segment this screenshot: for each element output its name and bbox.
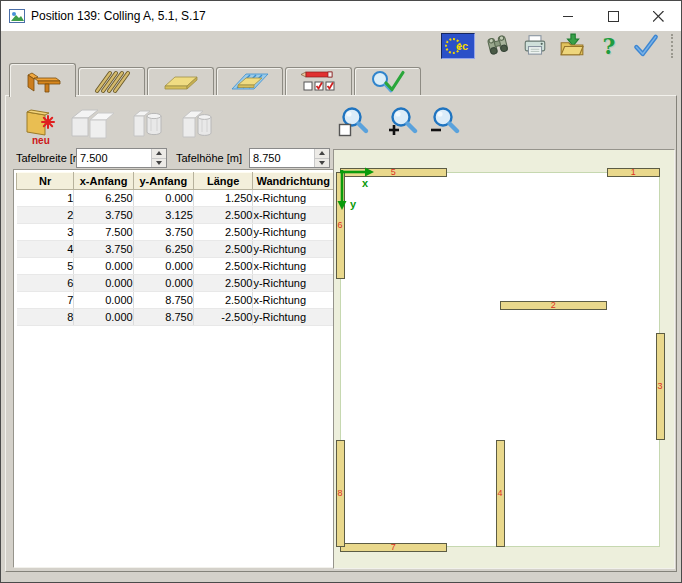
minimize-button[interactable] <box>546 1 591 31</box>
copy-wall-icon <box>66 106 114 142</box>
wall-segment-3[interactable]: 3 <box>656 333 665 440</box>
wall-segment-1[interactable]: 1 <box>607 168 660 177</box>
help-button[interactable]: ? <box>595 33 623 59</box>
spin-up-button[interactable] <box>152 149 166 159</box>
delete-wall-button[interactable] <box>130 106 168 142</box>
table-row[interactable]: 70.0008.7502.500x-Richtung <box>17 292 334 309</box>
tab-design-settings[interactable] <box>285 67 352 95</box>
column-header[interactable]: Länge <box>193 173 253 190</box>
spin-up-icon <box>156 151 162 155</box>
wall-segment-2[interactable]: 2 <box>500 301 607 310</box>
panel-width-stepper <box>76 148 167 168</box>
wall-segment-5[interactable]: 5 <box>340 168 447 177</box>
close-button[interactable] <box>636 1 681 31</box>
toolbar-grip[interactable] <box>671 34 675 58</box>
table-row[interactable]: 43.7506.2502.500y-Richtung <box>17 241 334 258</box>
table-cell: 0.000 <box>133 258 193 275</box>
table-cell: 3.750 <box>74 241 133 258</box>
panel-width-input[interactable] <box>77 149 151 167</box>
table-cell: 0.000 <box>74 292 133 309</box>
open-button[interactable] <box>558 33 586 59</box>
window-title: Position 139: Colling A, 5.1, S.17 <box>31 9 546 23</box>
tab-wall-segments[interactable] <box>9 63 76 97</box>
panel-height-spinner <box>314 149 329 167</box>
wall-segment-4[interactable]: 4 <box>496 440 505 547</box>
table-cell: x-Richtung <box>253 258 334 275</box>
zoom-window-button[interactable] <box>338 106 370 140</box>
column-header[interactable]: Wandrichtung <box>253 173 334 190</box>
table-cell: 2.500 <box>193 207 253 224</box>
delete-all-walls-button[interactable] <box>178 106 218 142</box>
wall-number: 2 <box>551 301 556 310</box>
checkmark-icon <box>632 33 660 59</box>
search-button[interactable] <box>484 33 512 59</box>
table-cell: y-Richtung <box>253 309 334 326</box>
wall-table: Nrx-Anfangy-AnfangLängeWandrichtung 16.2… <box>16 172 334 326</box>
wall-number: 5 <box>391 168 396 177</box>
drawing-canvas[interactable]: 12345678 x y <box>333 149 675 569</box>
spin-down-button[interactable] <box>315 159 329 168</box>
eurocode-button[interactable]: ec <box>441 33 475 59</box>
maximize-button[interactable] <box>591 1 636 31</box>
table-cell: 8 <box>17 309 74 326</box>
panel-anchoring-icon <box>229 69 271 95</box>
spin-up-button[interactable] <box>315 149 329 159</box>
confirm-button[interactable] <box>632 33 660 59</box>
tab-panel[interactable] <box>147 67 214 95</box>
panel-height-input[interactable] <box>250 149 314 167</box>
table-row[interactable]: 37.5003.7502.500y-Richtung <box>17 224 334 241</box>
zoom-out-icon <box>428 106 460 140</box>
column-header[interactable]: y-Anfang <box>133 173 193 190</box>
print-button[interactable] <box>521 33 549 59</box>
table-row[interactable]: 16.2500.0001.250x-Richtung <box>17 190 334 207</box>
column-header[interactable]: Nr <box>17 173 74 190</box>
tab-bar <box>1 61 681 95</box>
copy-wall-button[interactable] <box>66 106 114 142</box>
wall-number: 4 <box>497 489 502 498</box>
table-row[interactable]: 80.0008.750-2.500y-Richtung <box>17 309 334 326</box>
table-cell: y-Richtung <box>253 224 334 241</box>
table-row[interactable]: 50.0000.0002.500x-Richtung <box>17 258 334 275</box>
delete-all-walls-icon <box>178 106 218 142</box>
tab-dowels[interactable] <box>78 67 145 95</box>
table-cell: 3 <box>17 224 74 241</box>
wall-segment-7[interactable]: 7 <box>340 543 447 552</box>
table-cell: 8.750 <box>133 292 193 309</box>
tab-verification[interactable] <box>354 67 421 95</box>
table-cell: 6 <box>17 275 74 292</box>
table-cell: 3.750 <box>74 207 133 224</box>
wall-number: 1 <box>631 168 636 177</box>
wall-segment-6[interactable]: 6 <box>336 172 345 279</box>
table-cell: -2.500 <box>193 309 253 326</box>
wall-table-panel: Nrx-Anfangy-AnfangLängeWandrichtung 16.2… <box>13 169 335 568</box>
table-cell: 1.250 <box>193 190 253 207</box>
table-cell: 7 <box>17 292 74 309</box>
tab-panel-anchoring[interactable] <box>216 67 283 95</box>
table-cell: 6.250 <box>133 241 193 258</box>
zoom-window-icon <box>338 106 370 140</box>
table-cell: 0.000 <box>74 309 133 326</box>
spin-down-button[interactable] <box>152 159 166 168</box>
zoom-in-icon <box>386 106 418 140</box>
table-row[interactable]: 60.0000.0002.500y-Richtung <box>17 275 334 292</box>
delete-wall-icon <box>130 106 168 142</box>
new-wall-button[interactable]: neu <box>15 106 61 146</box>
table-cell: 4 <box>17 241 74 258</box>
wall-number: 3 <box>657 382 662 391</box>
panel-width-label: Tafelbreite [m] <box>16 152 85 164</box>
zoom-out-button[interactable] <box>428 106 460 140</box>
panel-width-spinner <box>151 149 166 167</box>
wall-segment-8[interactable]: 8 <box>336 440 345 547</box>
wall-number: 8 <box>337 489 342 498</box>
zoom-in-button[interactable] <box>386 106 418 140</box>
table-cell: 2.500 <box>193 241 253 258</box>
spin-down-icon <box>319 161 325 165</box>
table-row[interactable]: 23.7503.1252.500x-Richtung <box>17 207 334 224</box>
dowels-icon <box>91 69 133 95</box>
column-header[interactable]: x-Anfang <box>74 173 133 190</box>
table-cell: 6.250 <box>74 190 133 207</box>
eurocode-label: ec <box>456 40 468 52</box>
table-cell: 2.500 <box>193 224 253 241</box>
table-cell: 2.500 <box>193 258 253 275</box>
pencil-checkboxes-icon <box>298 69 340 95</box>
